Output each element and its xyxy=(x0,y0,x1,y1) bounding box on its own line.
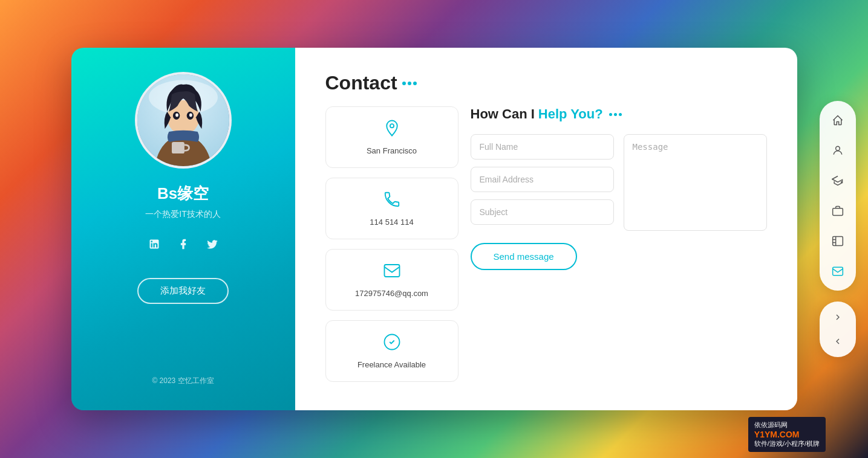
svg-point-6 xyxy=(175,114,178,117)
watermark-site: 依依源码网 xyxy=(754,421,820,430)
watermark: 依依源码网 Y1YM.COM 软件/游戏/小程序/棋牌 xyxy=(748,417,826,452)
arrow-down-button[interactable] xyxy=(824,331,851,352)
nav-education-button[interactable] xyxy=(824,167,851,194)
side-nav xyxy=(820,101,856,357)
full-name-input[interactable] xyxy=(471,134,614,160)
send-message-button[interactable]: Send message xyxy=(471,243,577,270)
user-tagline: 一个热爱IT技术的人 xyxy=(145,209,220,220)
phone-icon xyxy=(336,190,448,213)
form-layout xyxy=(471,134,767,233)
card-container: Bs缘空 一个热爱IT技术的人 xyxy=(71,48,797,410)
email-text: 172975746@qq.com xyxy=(336,289,448,298)
user-name: Bs缘空 xyxy=(157,183,209,204)
freelance-icon xyxy=(336,333,448,355)
email-card: 172975746@qq.com xyxy=(325,249,458,311)
contact-cards: San Francisco 114 514 114 xyxy=(325,106,458,382)
nav-profile-button[interactable] xyxy=(824,137,851,164)
freelance-text: Freelance Available xyxy=(336,360,448,369)
nav-arrows xyxy=(820,302,856,357)
left-panel: Bs缘空 一个热爱IT技术的人 xyxy=(71,48,295,410)
svg-rect-13 xyxy=(833,208,843,216)
copyright: © 2023 空忆工作室 xyxy=(152,376,214,386)
nav-work-button[interactable] xyxy=(824,198,851,224)
linkedin-icon[interactable] xyxy=(145,234,164,254)
svg-rect-14 xyxy=(833,237,843,246)
social-links xyxy=(145,234,222,254)
contact-grid: San Francisco 114 514 114 xyxy=(325,106,767,382)
main-wrapper: Bs缘空 一个热爱IT技术的人 xyxy=(0,0,868,458)
title-dot-1 xyxy=(402,82,406,85)
phone-card: 114 514 114 xyxy=(325,178,458,239)
phone-text: 114 514 114 xyxy=(336,218,448,227)
nav-contact-button[interactable] xyxy=(824,258,851,285)
message-textarea[interactable] xyxy=(624,134,767,231)
form-title: How Can I Help You? xyxy=(471,106,767,122)
location-card: San Francisco xyxy=(325,106,458,168)
form-dot-2 xyxy=(614,113,617,116)
freelance-card: Freelance Available xyxy=(325,320,458,382)
nav-portfolio-button[interactable] xyxy=(824,228,851,254)
contact-title: Contact xyxy=(325,72,767,94)
svg-point-9 xyxy=(390,124,393,127)
avatar xyxy=(135,72,232,169)
form-section: How Can I Help You? xyxy=(471,106,767,382)
form-dot-1 xyxy=(609,113,612,116)
form-title-prefix: How Can I xyxy=(471,106,535,122)
nav-home-button[interactable] xyxy=(824,107,851,134)
location-icon xyxy=(336,119,448,141)
form-dots xyxy=(609,113,622,116)
form-title-highlight: Help You? xyxy=(538,106,603,122)
form-dot-3 xyxy=(619,113,622,116)
title-dot-2 xyxy=(408,82,411,85)
svg-rect-8 xyxy=(172,142,184,153)
contact-title-text: Contact xyxy=(325,72,397,94)
svg-point-7 xyxy=(189,114,192,117)
email-input[interactable] xyxy=(471,167,614,192)
email-icon xyxy=(336,262,448,284)
facebook-icon[interactable] xyxy=(174,234,193,254)
svg-rect-10 xyxy=(384,265,399,277)
watermark-brand: Y1YM.COM xyxy=(754,430,820,439)
title-dot-3 xyxy=(413,82,417,85)
svg-point-12 xyxy=(836,146,840,150)
watermark-tagline: 软件/游戏/小程序/棋牌 xyxy=(754,439,820,448)
form-right xyxy=(624,134,767,233)
subject-input[interactable] xyxy=(471,199,614,225)
right-panel: Contact xyxy=(295,48,797,410)
location-text: San Francisco xyxy=(336,146,448,155)
arrow-up-button[interactable] xyxy=(824,306,851,328)
add-friend-button[interactable]: 添加我好友 xyxy=(137,278,229,304)
title-dots xyxy=(402,82,417,85)
svg-rect-15 xyxy=(833,267,843,275)
twitter-icon[interactable] xyxy=(203,234,222,254)
nav-icons-container xyxy=(820,101,856,291)
form-left xyxy=(471,134,614,233)
